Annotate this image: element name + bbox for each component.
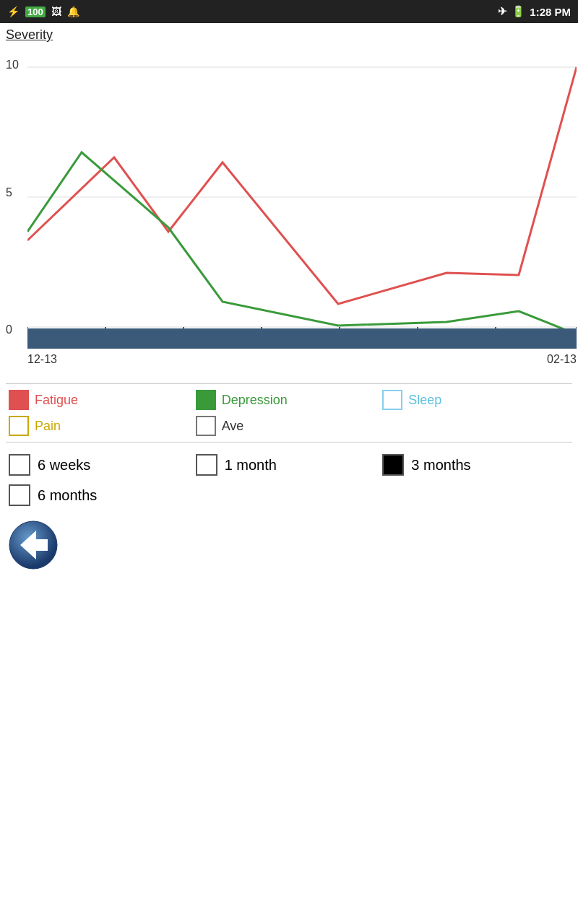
- chart-svg: [27, 45, 577, 349]
- battery-icon: 🔋: [512, 5, 525, 18]
- y-axis-0: 0: [6, 323, 12, 336]
- legend-depression: Depression: [196, 390, 383, 410]
- legend-sleep: Sleep: [382, 390, 569, 410]
- main-content: Severity 10 5 0: [0, 23, 578, 570]
- clock-time: 1:28 PM: [530, 6, 571, 18]
- y-axis-5: 5: [6, 186, 12, 199]
- usb-icon: ⚡: [7, 6, 20, 17]
- fatigue-label: Fatigue: [35, 393, 78, 408]
- status-bar: ⚡ 100 🖼 🔔 ✈ 🔋 1:28 PM: [0, 0, 578, 23]
- time-range-selector: 6 weeks 1 month 3 months 6 months: [6, 454, 572, 506]
- time-3months[interactable]: 3 months: [382, 454, 569, 476]
- status-right: ✈ 🔋 1:28 PM: [498, 5, 571, 18]
- x-label-end: 02-13: [547, 353, 577, 366]
- 1month-checkbox[interactable]: [196, 454, 217, 476]
- chart-area: 10 5 0 12-13: [6, 45, 577, 378]
- battery-full-icon: 100: [25, 6, 46, 17]
- 6months-checkbox[interactable]: [9, 484, 30, 506]
- x-axis-bar: [27, 328, 577, 349]
- back-button[interactable]: [9, 520, 58, 570]
- depression-icon: [196, 390, 216, 410]
- 6months-label: 6 months: [38, 487, 97, 504]
- x-label-start: 12-13: [27, 353, 57, 366]
- airplane-icon: ✈: [498, 5, 507, 18]
- depression-label: Depression: [222, 393, 288, 408]
- time-1month[interactable]: 1 month: [196, 454, 383, 476]
- pain-label: Pain: [35, 419, 61, 434]
- ave-icon: [196, 416, 216, 436]
- legend: Fatigue Depression Sleep Pain Ave: [6, 383, 572, 443]
- legend-ave: Ave: [196, 416, 383, 436]
- 3months-label: 3 months: [411, 457, 470, 474]
- time-6weeks[interactable]: 6 weeks: [9, 454, 196, 476]
- sleep-icon: [382, 390, 402, 410]
- legend-pain: Pain: [9, 416, 196, 436]
- fatigue-icon: [9, 390, 29, 410]
- 3months-checkbox[interactable]: [382, 454, 404, 476]
- y-axis-10: 10: [6, 58, 19, 71]
- ave-label: Ave: [222, 419, 244, 434]
- time-6months[interactable]: 6 months: [9, 484, 196, 506]
- 6weeks-label: 6 weeks: [38, 457, 90, 474]
- image-icon: 🖼: [51, 6, 61, 17]
- legend-fatigue: Fatigue: [9, 390, 196, 410]
- status-icons-left: ⚡ 100 🖼 🔔: [7, 6, 79, 17]
- pain-icon: [9, 416, 29, 436]
- notification-icon: 🔔: [67, 6, 79, 17]
- back-icon: [9, 520, 58, 570]
- 6weeks-checkbox[interactable]: [9, 454, 30, 476]
- 1month-label: 1 month: [225, 457, 277, 474]
- sleep-label: Sleep: [408, 393, 441, 408]
- x-axis-labels: 12-13 02-13: [27, 353, 577, 366]
- severity-axis-label[interactable]: Severity: [6, 27, 572, 43]
